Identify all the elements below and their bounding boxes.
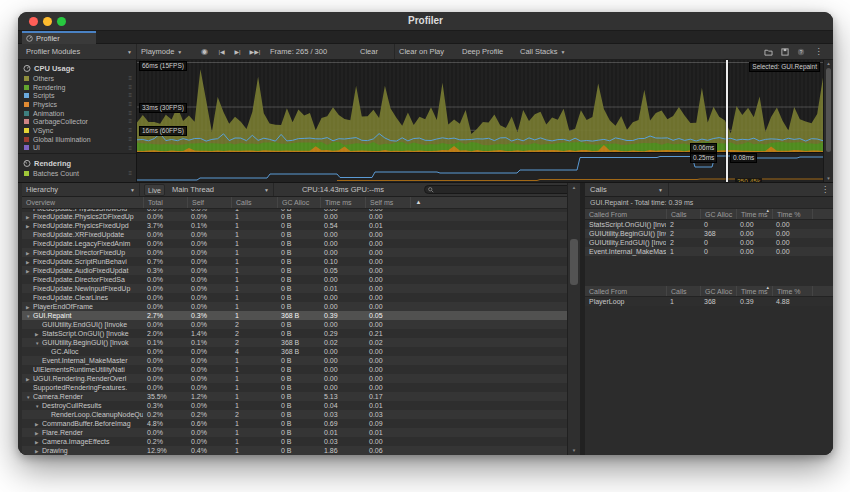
expand-arrow-icon[interactable]: ▶	[35, 429, 42, 437]
legend-item[interactable]: Batches Count≡	[24, 169, 136, 178]
drag-handle-icon[interactable]: ≡	[128, 109, 132, 118]
expand-arrow-icon[interactable]: ▶	[35, 447, 42, 455]
table-row[interactable]: ▼GUIUtility.BeginGUI() [Invok0.1%0.1%236…	[22, 338, 580, 347]
table-row[interactable]: PlayerLoop13680.394.88	[585, 297, 833, 306]
expand-arrow-icon[interactable]: ▼	[35, 402, 42, 410]
column-header-time-ms[interactable]: Time ms	[320, 197, 365, 208]
record-button[interactable]: ◉	[198, 44, 211, 59]
current-frame-button[interactable]: ▶▶|	[247, 44, 263, 59]
column-header-time-ms[interactable]: Time ms	[736, 286, 772, 296]
drag-handle-icon[interactable]: ≡	[128, 91, 132, 100]
legend-color-chip[interactable]	[24, 119, 29, 124]
thread-dropdown[interactable]: Main Thread▼	[168, 183, 274, 196]
expand-arrow-icon[interactable]: ▶	[26, 375, 33, 383]
chart-scroll-thumb[interactable]	[826, 68, 831, 152]
call-stacks-dropdown[interactable]: Call Stacks▼	[516, 44, 569, 59]
profiler-modules-dropdown[interactable]: Profiler Modules▼	[22, 44, 137, 59]
expand-arrow-icon[interactable]: ▶	[35, 420, 42, 428]
table-row[interactable]: FixedUpdate.LegacyFixedAnim0.0%0.0%10 B0…	[22, 239, 580, 248]
table-row[interactable]: ▶Flare.Render0.0%0.0%10 B0.010.01	[22, 428, 580, 437]
help-button[interactable]: ?	[794, 44, 807, 59]
legend-item[interactable]: Rendering≡	[24, 83, 136, 92]
column-header-total[interactable]: Total	[143, 197, 187, 208]
table-row[interactable]: GUIUtility.EndGUI() [Invok200.000.00	[585, 238, 833, 247]
drag-handle-icon[interactable]: ≡	[128, 117, 132, 126]
column-header-time-ms[interactable]: Time ms	[736, 209, 772, 219]
table-row[interactable]: ▶FixedUpdate.DirectorFixedUp0.0%0.0%10 B…	[22, 248, 580, 257]
legend-color-chip[interactable]	[24, 111, 29, 116]
expand-arrow-icon[interactable]: ▶	[26, 303, 33, 311]
column-header-calls[interactable]: Calls	[666, 209, 700, 219]
expand-arrow-icon[interactable]: ▶	[26, 222, 33, 230]
legend-color-chip[interactable]	[24, 102, 29, 107]
expand-arrow-icon[interactable]: ▼	[26, 312, 33, 320]
drag-handle-icon[interactable]: ≡	[128, 74, 132, 83]
drag-handle-icon[interactable]: ≡	[128, 126, 132, 135]
clear-button[interactable]: Clear	[356, 44, 382, 59]
column-header-gc-alloc[interactable]: GC Alloc	[277, 197, 320, 208]
table-row[interactable]: StatsScript.OnGUI() [Invok200.000.00	[585, 220, 833, 229]
expand-arrow-icon[interactable]: ▼	[35, 339, 42, 347]
hierarchy-scrollbar[interactable]: ▲ ▼	[567, 183, 580, 455]
column-header-calls[interactable]: Calls	[231, 197, 277, 208]
legend-item[interactable]: Animation≡	[24, 109, 136, 118]
scroll-up-icon[interactable]: ▲	[824, 61, 833, 66]
column-header-called-from[interactable]: Called From	[585, 286, 666, 296]
column-header-time-[interactable]: Time %	[772, 209, 812, 219]
context-menu-button[interactable]: ⋮	[812, 44, 825, 59]
column-header-called-from[interactable]: Called From	[585, 209, 666, 219]
legend-item[interactable]: UI≡	[24, 144, 136, 153]
expand-arrow-icon[interactable]: ▶	[26, 213, 33, 221]
table-row[interactable]: GC.Alloc0.0%0.0%4368 B0.000.00	[22, 347, 580, 356]
legend-item[interactable]: GarbageCollector≡	[24, 117, 136, 126]
scroll-down-icon[interactable]: ▼	[824, 176, 833, 181]
expand-arrow-icon[interactable]: ▶	[35, 438, 42, 446]
column-header-calls[interactable]: Calls	[666, 286, 700, 296]
drag-handle-icon[interactable]: ≡	[128, 169, 132, 178]
save-profile-button[interactable]	[778, 44, 791, 59]
table-row[interactable]: UIElementsRuntimeUtilityNati0.0%0.0%10 B…	[22, 365, 580, 374]
legend-item[interactable]: Global Illumination≡	[24, 135, 136, 144]
column-header-gc-alloc[interactable]: GC Alloc	[700, 286, 736, 296]
deep-profile-toggle[interactable]: Deep Profile	[458, 44, 507, 59]
load-profile-button[interactable]	[762, 44, 775, 59]
legend-item[interactable]: VSync≡	[24, 126, 136, 135]
legend-color-chip[interactable]	[24, 128, 29, 133]
clear-on-play-toggle[interactable]: Clear on Play	[394, 44, 448, 59]
table-row[interactable]: ▶FixedUpdate.AudioFixedUpdat0.3%0.0%10 B…	[22, 266, 580, 275]
drag-handle-icon[interactable]: ≡	[128, 144, 132, 153]
table-row[interactable]: ▶FixedUpdate.ScriptRunBehavi0.7%0.0%10 B…	[22, 257, 580, 266]
legend-color-chip[interactable]	[24, 145, 29, 150]
next-frame-button[interactable]: ▶|	[231, 44, 244, 59]
legend-color-chip[interactable]	[24, 85, 29, 90]
chart-scrollbar[interactable]: ▲ ▼	[823, 60, 833, 182]
playmode-dropdown[interactable]: Playmode▼	[141, 44, 182, 59]
search-field[interactable]	[424, 185, 576, 194]
rendering-module-header[interactable]: Rendering	[18, 155, 136, 169]
details-view-dropdown[interactable]: Calls▼	[585, 183, 669, 196]
legend-item[interactable]: Physics≡	[24, 100, 136, 109]
expand-arrow-icon[interactable]: ▶	[26, 249, 33, 257]
scroll-up-icon[interactable]: ▲	[568, 185, 580, 190]
drag-handle-icon[interactable]: ≡	[128, 83, 132, 92]
legend-item[interactable]: Others≡	[24, 74, 136, 83]
column-header-self-ms[interactable]: Self ms	[365, 197, 410, 208]
cpu-module-header[interactable]: CPU Usage	[18, 60, 136, 74]
legend-color-chip[interactable]	[24, 76, 29, 81]
legend-item[interactable]: Scripts≡	[24, 91, 136, 100]
frame-marker[interactable]	[726, 60, 728, 182]
column-header-time-[interactable]: Time %	[772, 286, 812, 296]
table-row[interactable]: FixedUpdate.NewInputFixedUp0.0%0.0%10 B0…	[22, 284, 580, 293]
table-row[interactable]: ▶CommandBuffer.BeforeImag4.8%0.6%10 B0.6…	[22, 419, 580, 428]
column-header-gc-alloc[interactable]: GC Alloc	[700, 209, 736, 219]
expand-arrow-icon[interactable]: ▼	[26, 393, 33, 401]
table-row[interactable]: FixedUpdate.ClearLines0.0%0.0%10 B0.000.…	[22, 293, 580, 302]
table-row[interactable]: ▼GUI.Repaint2.7%0.3%1368 B0.390.05	[22, 311, 580, 320]
table-row[interactable]: ▼Camera.Render35.5%1.2%10 B5.130.17	[22, 392, 580, 401]
legend-color-chip[interactable]	[24, 93, 29, 98]
table-row[interactable]: GUIUtility.BeginGUI() [Invc23680.000.00	[585, 229, 833, 238]
tab-profiler[interactable]: Profiler	[22, 31, 96, 44]
expand-arrow-icon[interactable]: ▶	[26, 258, 33, 266]
table-row[interactable]: GUIUtility.EndGUI() [Invoke0.0%0.0%20 B0…	[22, 320, 580, 329]
table-row[interactable]: ▶Drawing12.9%0.4%10 B1.860.06	[22, 446, 580, 455]
